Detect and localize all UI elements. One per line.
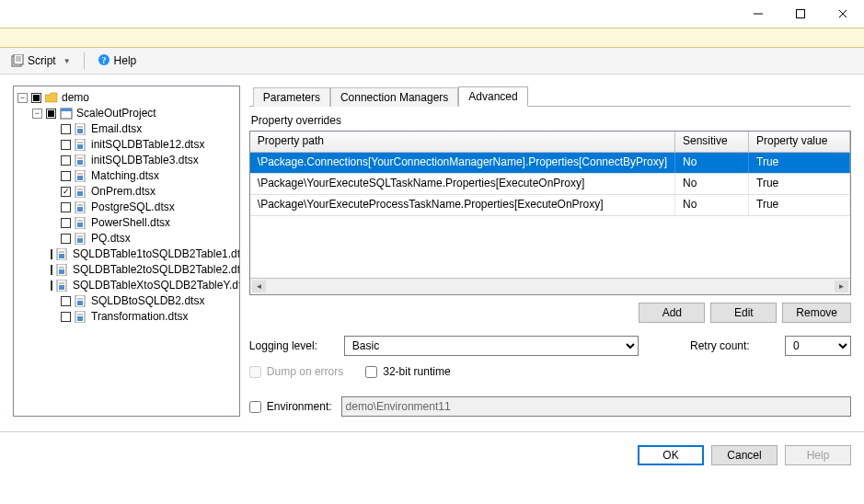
dump-on-errors-checkbox: Dump on errors [249, 365, 343, 378]
package-icon [75, 155, 87, 166]
ok-button[interactable]: OK [638, 445, 704, 465]
svg-rect-32 [59, 269, 64, 274]
tree-checkbox[interactable] [61, 155, 71, 166]
tree-checkbox[interactable] [51, 249, 52, 259]
svg-rect-1 [797, 10, 805, 18]
tree-checkbox[interactable] [61, 187, 71, 197]
tab-advanced[interactable]: Advanced [458, 86, 527, 107]
cell-property-value: True [749, 174, 850, 194]
expander-icon[interactable]: − [32, 109, 42, 119]
tree-label: demo [62, 90, 89, 106]
retry-count-label: Retry count: [690, 339, 778, 352]
tree-checkbox[interactable] [61, 312, 71, 322]
tree-label: SQLDBtoSQLDB2.dtsx [91, 293, 204, 309]
tab-connection-managers[interactable]: Connection Managers [330, 87, 458, 107]
svg-rect-26 [77, 223, 83, 227]
chevron-down-icon: ▼ [63, 57, 71, 65]
overrides-label: Property overrides [251, 114, 851, 127]
override-row[interactable]: \Package\YourExecuteProcessTaskName.Prop… [250, 195, 850, 216]
logging-level-select[interactable]: Basic [344, 336, 639, 356]
tree-label: Transformation.dtsx [91, 309, 189, 325]
tab-parameters[interactable]: Parameters [253, 87, 330, 107]
tree-label: PowerShell.dtsx [91, 215, 170, 231]
tree-checkbox[interactable] [61, 234, 71, 244]
help-icon: ? [98, 53, 110, 69]
tree-package[interactable]: Transformation.dtsx [47, 309, 239, 325]
tree-package[interactable]: OnPrem.dtsx [47, 184, 239, 200]
grid-header: Property path Sensitive Property value [250, 132, 850, 153]
overrides-grid[interactable]: Property path Sensitive Property value \… [249, 131, 851, 295]
svg-rect-12 [61, 109, 72, 111]
tree-package[interactable]: SQLDBTable2toSQLDB2Table2.dtsx [47, 262, 239, 278]
tree-checkbox[interactable] [61, 296, 71, 306]
svg-rect-38 [77, 316, 83, 321]
tree-package[interactable]: SQLDBtoSQLDB2.dtsx [47, 293, 239, 309]
tree-label: Email.dtsx [91, 121, 142, 137]
tree-checkbox[interactable] [61, 140, 71, 150]
tree-package[interactable]: PowerShell.dtsx [47, 215, 239, 231]
tree-package[interactable]: SQLDBTableXtoSQLDB2TableY.dtsx [47, 278, 239, 293]
col-property-path[interactable]: Property path [250, 132, 675, 152]
maximize-button[interactable] [779, 0, 822, 28]
tree-checkbox[interactable] [61, 218, 71, 228]
dump-checkbox-input [249, 366, 261, 378]
tree-package[interactable]: initSQLDBTable12.dtsx [47, 137, 239, 153]
retry-count-select[interactable]: 0 [785, 336, 851, 356]
add-button[interactable]: Add [639, 303, 705, 323]
runtime-32bit-checkbox[interactable]: 32-bit runtime [365, 365, 450, 378]
tree-checkbox[interactable] [31, 93, 41, 103]
tree-package[interactable]: PQ.dtsx [47, 231, 239, 246]
help-button-footer[interactable]: Help [785, 445, 851, 465]
col-sensitive[interactable]: Sensitive [675, 132, 749, 152]
edit-button[interactable]: Edit [710, 303, 777, 323]
tree-package[interactable]: PostgreSQL.dtsx [47, 200, 239, 215]
cell-property-path: \Package\YourExecuteSQLTaskName.Properti… [250, 174, 675, 194]
svg-rect-16 [77, 144, 83, 149]
environment-field [341, 396, 851, 417]
grid-scrollbar[interactable]: ◄ ► [250, 278, 850, 294]
tree-package[interactable]: initSQLDBTable3.dtsx [47, 153, 239, 168]
script-icon [11, 54, 24, 67]
cell-property-value: True [749, 195, 850, 215]
tree-checkbox[interactable] [46, 109, 56, 119]
tree-package[interactable]: SQLDBTable1toSQLDB2Table1.dtsx [47, 246, 239, 262]
package-icon [75, 201, 87, 213]
cell-property-value: True [749, 153, 850, 173]
tree-checkbox[interactable] [61, 202, 71, 212]
tree-label: ScaleOutProject [76, 106, 156, 121]
tree-checkbox[interactable] [61, 124, 71, 134]
help-button[interactable]: ? Help [94, 52, 141, 71]
svg-rect-34 [59, 285, 64, 290]
package-tree[interactable]: −demo−ScaleOutProjectEmail.dtsxinitSQLDB… [13, 86, 240, 417]
svg-rect-30 [59, 254, 64, 258]
environment-checkbox[interactable]: Environment: [249, 400, 332, 413]
tree-project[interactable]: −ScaleOutProject [32, 106, 239, 121]
override-row[interactable]: \Package\YourExecuteSQLTaskName.Properti… [250, 174, 850, 195]
tree-label: PostgreSQL.dtsx [91, 200, 175, 215]
minimize-button[interactable] [737, 0, 779, 28]
tree-checkbox[interactable] [51, 281, 52, 291]
svg-rect-14 [77, 129, 83, 133]
package-icon [75, 170, 87, 182]
cell-sensitive: No [675, 195, 749, 215]
environment-checkbox-input[interactable] [249, 401, 261, 413]
tree-folder-demo[interactable]: −demo [17, 90, 239, 106]
override-row[interactable]: \Package.Connections[YourConnectionManag… [250, 153, 850, 174]
tree-package[interactable]: Matching.dtsx [47, 168, 239, 184]
scroll-right-icon[interactable]: ► [835, 281, 848, 292]
expander-icon[interactable]: − [17, 93, 28, 103]
svg-text:?: ? [101, 55, 106, 65]
runtime32-checkbox-input[interactable] [365, 366, 377, 378]
cancel-button[interactable]: Cancel [711, 445, 778, 465]
close-button[interactable] [822, 0, 864, 28]
tree-checkbox[interactable] [61, 171, 71, 181]
package-icon [56, 280, 69, 292]
tree-package[interactable]: Email.dtsx [47, 121, 239, 137]
remove-button[interactable]: Remove [782, 303, 851, 323]
scroll-left-icon[interactable]: ◄ [252, 281, 266, 292]
folder-icon [45, 92, 58, 104]
col-property-value[interactable]: Property value [749, 132, 850, 152]
script-dropdown[interactable]: Script ▼ [7, 52, 75, 69]
cell-property-path: \Package.Connections[YourConnectionManag… [250, 153, 675, 173]
tree-checkbox[interactable] [51, 265, 52, 275]
